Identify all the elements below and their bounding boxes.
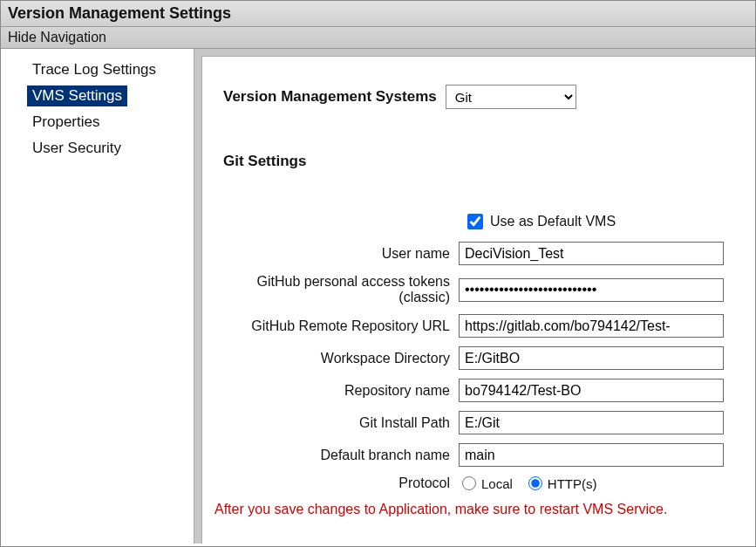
sidebar-item-trace-log[interactable]: Trace Log Settings: [1, 58, 194, 82]
restart-warning: After you save changes to Application, m…: [215, 502, 755, 517]
main-inner: Version Management Systems Git Git Setti…: [201, 56, 755, 544]
username-label: User name: [223, 246, 459, 262]
main-panel: Version Management Systems Git Git Setti…: [194, 49, 755, 544]
protocol-local-label: Local: [481, 476, 513, 491]
username-input[interactable]: [459, 242, 724, 265]
git-settings-heading: Git Settings: [223, 153, 755, 170]
repo-name-label: Repository name: [223, 383, 459, 399]
install-path-label: Git Install Path: [223, 415, 459, 431]
workspace-label: Workspace Directory: [223, 351, 459, 366]
branch-label: Default branch name: [223, 448, 459, 463]
protocol-local-radio[interactable]: [462, 476, 476, 490]
default-vms-checkbox[interactable]: [467, 214, 483, 229]
sidebar-item-user-security[interactable]: User Security: [1, 136, 194, 161]
repo-name-input[interactable]: [459, 379, 724, 402]
sidebar-item-vms-settings[interactable]: VMS Settings: [27, 85, 127, 106]
sidebar-item-properties[interactable]: Properties: [1, 110, 194, 134]
protocol-https-label: HTTP(s): [548, 476, 597, 491]
git-settings-form: Use as Default VMS User name GitHub pers…: [223, 214, 755, 491]
repo-url-input[interactable]: [459, 314, 724, 338]
install-path-input[interactable]: [459, 411, 724, 434]
hide-navigation-link[interactable]: Hide Navigation: [1, 27, 755, 49]
window-title: Version Management Settings: [1, 1, 755, 27]
sidebar: Trace Log Settings VMS Settings Properti…: [1, 49, 194, 544]
vms-systems-label: Version Management Systems: [223, 88, 437, 106]
protocol-label: Protocol: [223, 475, 459, 491]
default-vms-label: Use as Default VMS: [490, 214, 616, 229]
protocol-https-radio[interactable]: [528, 476, 542, 490]
token-input[interactable]: [459, 278, 724, 302]
branch-input[interactable]: [459, 443, 724, 467]
content-area: Trace Log Settings VMS Settings Properti…: [1, 49, 755, 544]
repo-url-label: GitHub Remote Repository URL: [223, 318, 459, 334]
token-label: GitHub personal access tokens (classic): [223, 274, 459, 305]
vms-systems-select[interactable]: Git: [446, 85, 576, 109]
workspace-input[interactable]: [459, 346, 724, 370]
